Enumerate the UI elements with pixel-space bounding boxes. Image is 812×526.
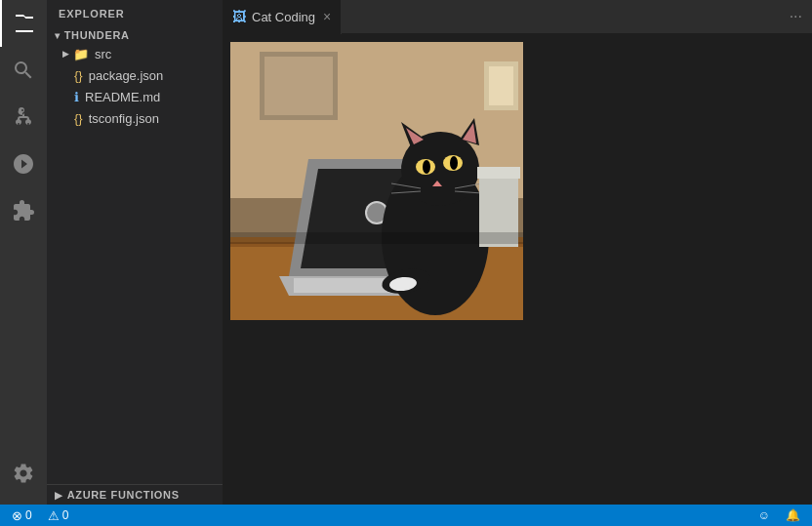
bell-button[interactable]: 🔔: [782, 508, 804, 522]
more-tabs-button[interactable]: ···: [780, 8, 812, 25]
error-icon: ⊗: [12, 508, 22, 523]
warning-icon: ⚠: [48, 508, 60, 523]
readme-md-item[interactable]: ℹ README.md: [47, 86, 223, 107]
azure-functions-label[interactable]: ▶ AZURE FUNCTIONS: [47, 485, 223, 505]
cat-image: [230, 42, 523, 320]
package-json-label: package.json: [89, 68, 164, 83]
json-icon: {}: [74, 68, 83, 83]
azure-chevron: ▶: [55, 490, 63, 501]
editor-content: [223, 34, 812, 505]
json-icon-2: {}: [74, 111, 83, 126]
thundera-label: THUNDERA: [64, 29, 130, 41]
activity-bar: [0, 0, 47, 505]
tsconfig-json-item[interactable]: {} tsconfig.json: [47, 107, 223, 129]
readme-label: README.md: [85, 90, 160, 104]
status-bar-left: ⊗ 0 ⚠ 0: [0, 508, 80, 523]
status-bar: ⊗ 0 ⚠ 0 ☺ 🔔: [0, 505, 812, 526]
cat-canvas: [230, 42, 523, 320]
tab-label: Cat Coding: [252, 10, 315, 24]
files-icon[interactable]: [0, 0, 47, 47]
status-bar-right: ☺ 🔔: [747, 508, 812, 522]
error-status[interactable]: ⊗ 0: [8, 508, 36, 523]
cat-coding-tab[interactable]: 🖼 Cat Coding ×: [223, 0, 342, 34]
info-icon: ℹ: [74, 90, 79, 104]
error-count: 0: [25, 508, 32, 522]
sidebar: Explorer ▾ THUNDERA ▶ 📁 src {} package.j…: [47, 0, 223, 505]
warning-status[interactable]: ⚠ 0: [44, 508, 73, 523]
azure-functions-section: ▶ AZURE FUNCTIONS: [47, 484, 223, 505]
bell-icon: 🔔: [786, 508, 800, 522]
activity-bar-top: [0, 0, 47, 450]
smiley-button[interactable]: ☺: [754, 508, 774, 522]
settings-icon[interactable]: [0, 450, 47, 497]
editor-area: 🖼 Cat Coding × ···: [223, 0, 812, 505]
search-icon[interactable]: [0, 47, 47, 94]
thundera-section[interactable]: ▾ THUNDERA: [47, 27, 223, 43]
sidebar-header: Explorer: [47, 0, 223, 27]
package-json-item[interactable]: {} package.json: [47, 64, 223, 86]
tab-icon: 🖼: [232, 9, 246, 24]
tsconfig-label: tsconfig.json: [89, 111, 159, 126]
source-control-icon[interactable]: [0, 94, 47, 141]
thundera-chevron: ▾: [55, 30, 61, 41]
src-chevron: ▶: [62, 49, 69, 59]
tab-bar: 🖼 Cat Coding × ···: [223, 0, 812, 34]
folder-icon: 📁: [73, 47, 89, 61]
activity-bar-bottom: [0, 450, 47, 505]
azure-label: AZURE FUNCTIONS: [67, 489, 180, 501]
src-label: src: [95, 47, 111, 61]
close-tab-button[interactable]: ×: [323, 10, 331, 23]
smiley-icon: ☺: [758, 508, 770, 522]
warning-count: 0: [62, 508, 69, 522]
src-folder[interactable]: ▶ 📁 src: [47, 43, 223, 64]
debug-icon[interactable]: [0, 141, 47, 187]
extensions-icon[interactable]: [0, 187, 47, 234]
